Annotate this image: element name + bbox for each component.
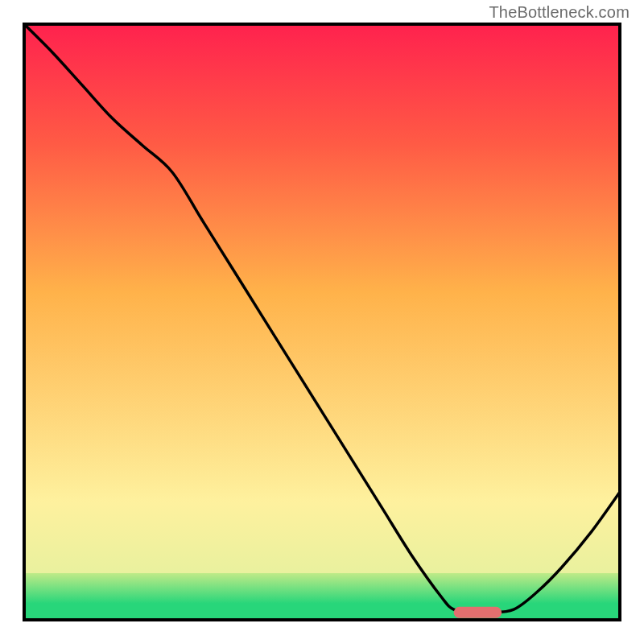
chart-background-gradient — [23, 23, 621, 621]
chart-plot-area — [23, 23, 621, 621]
chart-svg — [23, 23, 621, 621]
svg-rect-0 — [454, 607, 502, 618]
chart-optimal-marker — [454, 607, 502, 618]
watermark-text: TheBottleneck.com — [489, 3, 630, 22]
